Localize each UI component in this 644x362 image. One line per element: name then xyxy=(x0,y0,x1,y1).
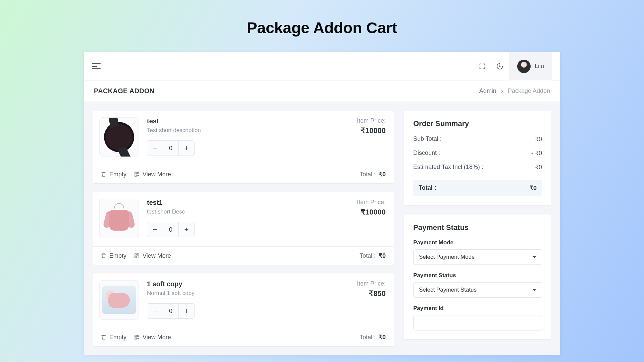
svg-rect-4 xyxy=(138,254,139,255)
view-more-icon xyxy=(134,253,140,259)
empty-label: Empty xyxy=(109,334,126,341)
item-total: Total : ₹0 xyxy=(360,252,386,259)
summary-row-tax: Estimated Tax Incl (18%) :₹0 xyxy=(413,164,542,171)
payment-status-select[interactable]: Select Payment Status xyxy=(413,282,542,298)
payment-status-value: Select Payment Status xyxy=(419,287,477,293)
user-name: Liju xyxy=(535,63,544,70)
payment-mode-label: Payment Mode xyxy=(413,239,542,246)
item-description: test short Desc xyxy=(147,208,349,215)
cart-item: 1 soft copy Normal 1 soft copy − 0 + Ite… xyxy=(93,274,394,346)
empty-button[interactable]: Empty xyxy=(101,252,126,259)
chevron-down-icon xyxy=(532,256,536,258)
item-price-label: Item Price: xyxy=(357,117,386,124)
item-price-value: ₹10000 xyxy=(357,208,386,217)
decrement-button[interactable]: − xyxy=(147,141,163,156)
increment-button[interactable]: + xyxy=(179,304,194,318)
items-column: test Test short description − 0 + Item P… xyxy=(93,111,394,346)
chevron-right-icon: › xyxy=(501,87,503,95)
order-summary-panel: Order Summary Sub Total :₹0 Discount :- … xyxy=(404,111,551,205)
view-more-label: View More xyxy=(143,252,171,259)
svg-rect-0 xyxy=(135,172,137,174)
view-more-label: View More xyxy=(143,334,171,341)
svg-rect-8 xyxy=(135,338,137,340)
payment-mode-select[interactable]: Select Payment Mode xyxy=(413,249,542,265)
empty-label: Empty xyxy=(109,171,126,178)
theme-toggle-button[interactable] xyxy=(493,60,506,73)
item-description: Normal 1 soft copy xyxy=(147,290,349,297)
breadcrumb: Admin › Package Addon xyxy=(479,87,550,95)
item-name: 1 soft copy xyxy=(147,280,349,288)
user-menu[interactable]: Liju xyxy=(509,52,552,80)
decrement-button[interactable]: − xyxy=(147,304,163,318)
item-price-label: Item Price: xyxy=(357,199,386,206)
payment-id-input[interactable] xyxy=(413,315,542,330)
increment-button[interactable]: + xyxy=(179,141,194,156)
avatar xyxy=(517,60,531,73)
svg-rect-5 xyxy=(135,256,137,258)
trash-icon xyxy=(101,334,107,340)
item-description: Test short description xyxy=(147,127,349,134)
page-title: PACKAGE ADDON xyxy=(94,87,155,95)
svg-rect-6 xyxy=(135,335,137,337)
payment-status-panel: Payment Status Payment Mode Select Payme… xyxy=(404,215,551,339)
payment-id-label: Payment Id xyxy=(413,305,542,312)
decrement-button[interactable]: − xyxy=(147,222,163,237)
quantity-value: 0 xyxy=(163,222,179,237)
payment-status-title: Payment Status xyxy=(413,223,542,232)
item-total: Total : ₹0 xyxy=(360,334,386,341)
item-thumbnail xyxy=(99,199,139,238)
empty-label: Empty xyxy=(109,252,126,259)
app-window: Liju PACKAGE ADDON Admin › Package Addon… xyxy=(84,52,560,355)
item-name: test1 xyxy=(147,199,349,206)
quantity-stepper: − 0 + xyxy=(147,222,195,237)
breadcrumb-root[interactable]: Admin xyxy=(479,87,496,95)
summary-row-subtotal: Sub Total :₹0 xyxy=(413,135,542,143)
quantity-value: 0 xyxy=(163,304,179,318)
side-column: Order Summary Sub Total :₹0 Discount :- … xyxy=(404,111,551,346)
payment-status-label: Payment Status xyxy=(413,272,542,279)
item-price-value: ₹850 xyxy=(357,289,386,298)
order-summary-title: Order Summary xyxy=(413,119,542,128)
summary-row-discount: Discount :- ₹0 xyxy=(413,149,542,157)
chevron-down-icon xyxy=(532,289,536,291)
quantity-value: 0 xyxy=(163,141,179,156)
trash-icon xyxy=(101,253,107,259)
view-more-icon xyxy=(134,334,140,340)
item-price-value: ₹10000 xyxy=(357,126,386,135)
quantity-stepper: − 0 + xyxy=(147,140,195,156)
summary-row-total: Total :₹0 xyxy=(413,180,542,196)
view-more-icon xyxy=(134,171,140,177)
item-price-label: Item Price: xyxy=(357,280,386,287)
cart-item: test Test short description − 0 + Item P… xyxy=(93,111,394,183)
empty-button[interactable]: Empty xyxy=(101,334,126,341)
view-more-label: View More xyxy=(143,171,171,178)
fullscreen-icon xyxy=(479,63,486,70)
increment-button[interactable]: + xyxy=(179,222,194,237)
cart-item: test1 test short Desc − 0 + Item Price: … xyxy=(93,192,394,265)
fullscreen-button[interactable] xyxy=(476,60,489,73)
trash-icon xyxy=(101,171,107,177)
view-more-button[interactable]: View More xyxy=(134,171,171,178)
content: test Test short description − 0 + Item P… xyxy=(84,102,560,355)
breadcrumb-current: Package Addon xyxy=(508,87,550,95)
moon-icon xyxy=(496,63,503,70)
page-heading: Package Addon Cart xyxy=(247,19,397,37)
svg-rect-3 xyxy=(135,254,137,255)
subheader: PACKAGE ADDON Admin › Package Addon xyxy=(84,80,560,102)
view-more-button[interactable]: View More xyxy=(134,252,171,259)
quantity-stepper: − 0 + xyxy=(147,303,195,319)
item-name: test xyxy=(147,117,349,125)
topbar: Liju xyxy=(84,52,560,80)
menu-toggle-button[interactable] xyxy=(92,62,101,71)
payment-mode-value: Select Payment Mode xyxy=(419,254,475,260)
item-thumbnail xyxy=(99,280,139,320)
empty-button[interactable]: Empty xyxy=(101,171,126,178)
item-thumbnail xyxy=(99,117,139,157)
svg-rect-1 xyxy=(138,172,139,174)
view-more-button[interactable]: View More xyxy=(134,334,171,341)
svg-rect-2 xyxy=(135,175,137,177)
item-total: Total : ₹0 xyxy=(360,171,386,178)
svg-rect-7 xyxy=(138,335,139,337)
